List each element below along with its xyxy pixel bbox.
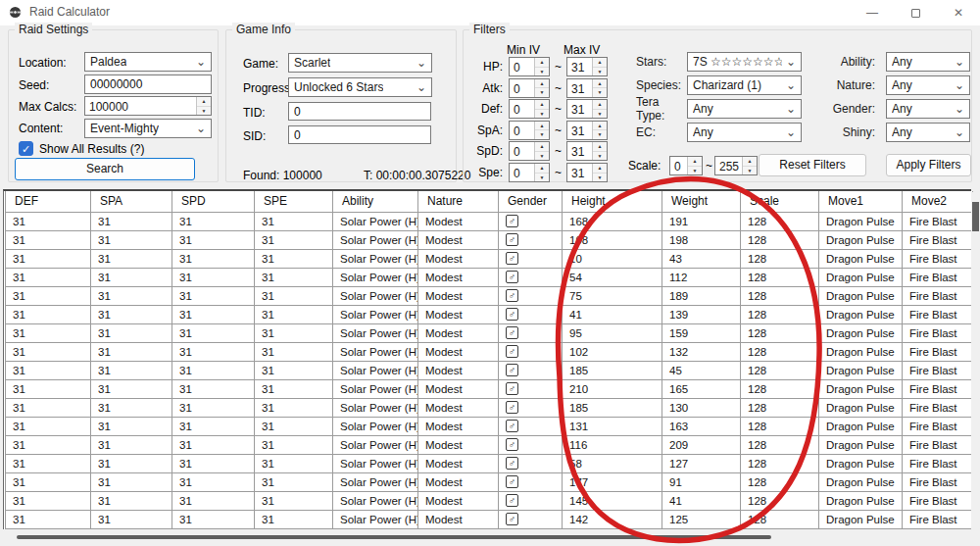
table-row[interactable]: 31313131Solar Power (H)Modest♂75189128Dr… — [6, 286, 973, 305]
spe-max-iv-spinner[interactable]: 31▲▼ — [566, 163, 608, 182]
spa-max-iv-spinner[interactable]: 31▲▼ — [566, 121, 608, 140]
tid-input[interactable] — [288, 102, 431, 121]
scale-min-spinner[interactable]: 0▲▼ — [669, 156, 703, 175]
table-row[interactable]: 31313131Solar Power (H)Modest♂108198128D… — [6, 230, 973, 249]
spa-min-iv-spinner-value[interactable]: 0 — [510, 122, 534, 139]
column-header-height[interactable]: Height — [563, 191, 662, 212]
spinner-down-icon[interactable]: ▼ — [535, 109, 549, 119]
spinner-up-icon[interactable]: ▲ — [593, 164, 607, 173]
spinner-down-icon[interactable]: ▼ — [593, 151, 607, 161]
spinner-up-icon[interactable]: ▲ — [593, 142, 607, 151]
close-button[interactable]: ✕ — [937, 0, 980, 25]
spinner-down-icon[interactable]: ▼ — [593, 87, 607, 97]
spa-max-iv-spinner-value[interactable]: 31 — [567, 122, 592, 139]
column-header-def[interactable]: DEF — [6, 191, 91, 212]
scale-max-spinner[interactable]: 255▲▼ — [714, 156, 758, 175]
spinner-up-icon[interactable]: ▲ — [535, 164, 549, 173]
spinner-down-icon[interactable]: ▼ — [535, 129, 549, 139]
spd-max-iv-spinner-value[interactable]: 31 — [567, 142, 592, 160]
spe-max-iv-spinner-value[interactable]: 31 — [567, 164, 592, 181]
atk-max-iv-spinner-value[interactable]: 31 — [567, 79, 592, 97]
table-row[interactable]: 31313131Solar Power (H)Modest♂142125128D… — [6, 510, 973, 528]
column-header-spd[interactable]: SPD — [172, 191, 255, 212]
spinner-up-icon[interactable]: ▲ — [535, 58, 549, 67]
table-row[interactable]: 31313131Solar Power (H)Modest♂17791128Dr… — [6, 472, 973, 491]
ec-dropdown[interactable]: Any⌄ — [687, 123, 802, 142]
spinner-up-icon[interactable]: ▲ — [535, 122, 549, 130]
column-header-weight[interactable]: Weight — [662, 191, 741, 212]
reset-filters-button[interactable]: Reset Filters — [759, 154, 866, 176]
show-all-results-checkbox[interactable]: ✓ — [19, 141, 33, 156]
def-min-iv-spinner[interactable]: 0▲▼ — [509, 99, 550, 119]
spd-min-iv-spinner[interactable]: 0▲▼ — [509, 141, 550, 161]
spinner-down-icon[interactable]: ▼ — [688, 166, 702, 175]
progress-dropdown[interactable]: Unlocked 6 Stars⌄ — [288, 77, 432, 97]
gender-dropdown[interactable]: Any⌄ — [886, 99, 970, 119]
hp-min-iv-spinner-value[interactable]: 0 — [510, 58, 534, 75]
location-dropdown[interactable]: Paldea⌄ — [84, 52, 212, 72]
scale-max-spinner-value[interactable]: 255 — [715, 157, 742, 174]
spinner-down-icon[interactable]: ▼ — [535, 151, 549, 161]
spinner-up-icon[interactable]: ▲ — [197, 97, 211, 106]
species-dropdown[interactable]: Charizard (1)⌄ — [687, 75, 802, 95]
spinner-up-icon[interactable]: ▲ — [593, 58, 607, 67]
column-header-spa[interactable]: SPA — [91, 191, 172, 212]
table-row[interactable]: 31313131Solar Power (H)Modest♂102132128D… — [6, 342, 973, 361]
column-header-nature[interactable]: Nature — [418, 191, 499, 212]
table-row[interactable]: 31313131Solar Power (H)Modest♂168191128D… — [6, 212, 973, 230]
spinner-up-icon[interactable]: ▲ — [743, 157, 757, 166]
column-header-move2[interactable]: Move2 — [903, 191, 973, 212]
table-row[interactable]: 31313131Solar Power (H)Modest♂14541128Dr… — [6, 491, 973, 510]
spa-min-iv-spinner[interactable]: 0▲▼ — [509, 121, 550, 140]
table-row[interactable]: 31313131Solar Power (H)Modest♂95159128Dr… — [6, 323, 973, 342]
table-row[interactable]: 31313131Solar Power (H)Modest♂116209128D… — [6, 435, 973, 454]
atk-max-iv-spinner[interactable]: 31▲▼ — [566, 78, 608, 98]
nature-dropdown[interactable]: Any⌄ — [886, 75, 970, 95]
apply-filters-button[interactable]: Apply Filters — [886, 154, 971, 176]
spinner-down-icon[interactable]: ▼ — [535, 87, 549, 97]
atk-min-iv-spinner-value[interactable]: 0 — [510, 79, 534, 97]
table-row[interactable]: 31313131Solar Power (H)Modest♂210165128D… — [6, 379, 973, 398]
spinner-up-icon[interactable]: ▲ — [535, 142, 549, 151]
tera-type-dropdown[interactable]: Any⌄ — [687, 99, 802, 119]
scale-min-spinner-value[interactable]: 0 — [670, 157, 687, 174]
shiny-dropdown[interactable]: Any⌄ — [886, 123, 970, 142]
max-calcs-spinner-value[interactable]: 100000 — [85, 97, 196, 115]
maximize-button[interactable] — [894, 0, 937, 25]
stars-dropdown[interactable]: 7S ☆☆☆☆☆☆☆⌄ — [687, 52, 802, 72]
spinner-down-icon[interactable]: ▼ — [535, 173, 549, 182]
sid-input[interactable] — [288, 125, 431, 144]
game-dropdown[interactable]: Scarlet⌄ — [288, 53, 432, 73]
spinner-up-icon[interactable]: ▲ — [593, 122, 607, 130]
spinner-up-icon[interactable]: ▲ — [593, 79, 607, 88]
vertical-scrollbar-thumb[interactable] — [972, 202, 979, 231]
spinner-down-icon[interactable]: ▼ — [535, 67, 549, 76]
table-row[interactable]: 31313131Solar Power (H)Modest♂1043128Dra… — [6, 249, 973, 268]
vertical-scrollbar-track[interactable] — [971, 192, 980, 546]
spinner-down-icon[interactable]: ▼ — [593, 67, 607, 76]
spinner-up-icon[interactable]: ▲ — [535, 100, 549, 109]
table-row[interactable]: 31313131Solar Power (H)Modest♂54112128Dr… — [6, 268, 973, 286]
minimize-button[interactable]: — — [851, 0, 894, 25]
table-row[interactable]: 31313131Solar Power (H)Modest♂18545128Dr… — [6, 361, 973, 379]
spinner-up-icon[interactable]: ▲ — [593, 100, 607, 109]
ability-dropdown[interactable]: Any⌄ — [886, 52, 970, 72]
column-header-gender[interactable]: Gender — [499, 191, 563, 212]
atk-min-iv-spinner[interactable]: 0▲▼ — [509, 78, 550, 98]
spinner-down-icon[interactable]: ▼ — [197, 106, 211, 116]
spinner-down-icon[interactable]: ▼ — [593, 173, 607, 182]
table-row[interactable]: 31313131Solar Power (H)Modest♂41139128Dr… — [6, 305, 973, 323]
column-header-spe[interactable]: SPE — [255, 191, 333, 212]
search-button[interactable]: Search — [15, 158, 195, 180]
spinner-down-icon[interactable]: ▼ — [743, 166, 757, 175]
spinner-up-icon[interactable]: ▲ — [535, 79, 549, 88]
spinner-up-icon[interactable]: ▲ — [688, 157, 702, 166]
hp-min-iv-spinner[interactable]: 0▲▼ — [509, 57, 550, 76]
column-header-move1[interactable]: Move1 — [819, 191, 903, 212]
horizontal-scrollbar-thumb[interactable] — [17, 535, 771, 539]
table-row[interactable]: 31313131Solar Power (H)Modest♂185130128D… — [6, 398, 973, 417]
hp-max-iv-spinner-value[interactable]: 31 — [567, 58, 592, 75]
def-max-iv-spinner[interactable]: 31▲▼ — [566, 99, 608, 119]
table-row[interactable]: 31313131Solar Power (H)Modest♂58127128Dr… — [6, 454, 973, 472]
def-min-iv-spinner-value[interactable]: 0 — [510, 100, 534, 118]
